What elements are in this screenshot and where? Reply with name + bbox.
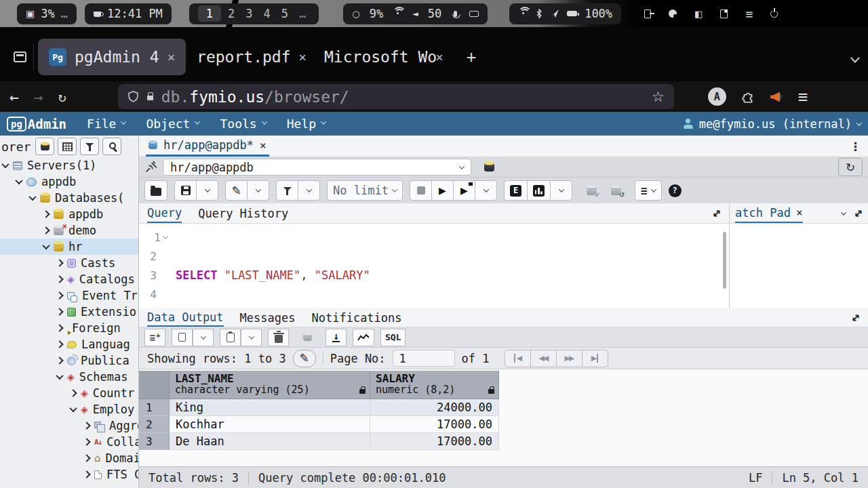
workspace-2[interactable]: 2 — [224, 7, 239, 20]
tree-item-servers[interactable]: Servers(1) — [0, 157, 138, 174]
delete-row-button[interactable] — [268, 329, 289, 346]
back-icon[interactable]: ← — [9, 88, 19, 106]
workspace-1[interactable]: 1 — [198, 5, 221, 22]
new-connection-button[interactable] — [477, 159, 501, 176]
expand-editor-icon[interactable]: ↔ — [709, 205, 724, 221]
chevron-down-icon[interactable] — [15, 177, 22, 184]
tree-item-database-appdb[interactable]: appdb — [0, 206, 138, 222]
eol-indicator[interactable]: LF — [739, 471, 772, 485]
url-text[interactable]: db.fymio.us/browser/ — [161, 88, 349, 106]
paste-button[interactable] — [220, 329, 241, 346]
tab-scratch-pad[interactable]: atch Pad× — [735, 203, 803, 223]
chevron-right-icon[interactable] — [83, 470, 90, 478]
close-icon[interactable]: × — [260, 139, 267, 152]
tree-item-languages[interactable]: Languag — [0, 336, 138, 352]
bookmark-star-icon[interactable]: ☆ — [652, 89, 665, 105]
tree-item-extensions[interactable]: Extensio — [0, 304, 138, 320]
save-data-button[interactable] — [295, 329, 319, 346]
contrast-icon[interactable]: ◧ — [694, 9, 703, 19]
status-indicators[interactable]: ○ 9% ◄ 50 — [343, 3, 488, 24]
menu-help[interactable]: Help — [287, 117, 326, 131]
edit-range-button[interactable]: ✎ — [293, 350, 316, 367]
graph-visualiser-button[interactable] — [353, 329, 374, 346]
macros-button[interactable]: ≡ — [635, 180, 662, 201]
shield-icon[interactable] — [127, 91, 139, 102]
tree-item-schema-employeesdepartments[interactable]: ◈Employ — [0, 401, 138, 418]
connection-select[interactable]: hr/app@appdb — [163, 159, 471, 176]
browser-tab-report[interactable]: report.pdf × — [186, 39, 317, 75]
fold-chevron-icon[interactable] — [163, 233, 168, 239]
kebab-menu-icon[interactable]: ⋮ — [850, 140, 861, 153]
tree-item-collations[interactable]: A↓Colla — [0, 434, 138, 450]
cell-salary[interactable]: 17000.00 — [370, 433, 499, 450]
close-tab-icon[interactable]: × — [435, 49, 443, 64]
workspace-switcher[interactable]: 1 2 3 4 5 … — [189, 3, 319, 24]
tab-notifications[interactable]: Notifications — [311, 308, 401, 327]
palette-icon[interactable] — [669, 9, 677, 18]
tree-item-foreign-data-wrappers[interactable]: Foreign — [0, 320, 138, 336]
filter-button[interactable] — [80, 138, 99, 155]
execute-button[interactable]: ▶ — [431, 180, 454, 201]
tree-item-casts[interactable]: Casts — [0, 255, 138, 271]
logout-icon[interactable] — [644, 9, 651, 18]
megaphone-extension-icon[interactable] — [770, 91, 783, 103]
cell-salary[interactable]: 24000.00 — [370, 399, 499, 416]
filter-options-button[interactable] — [298, 180, 320, 201]
tree-item-server-appdb[interactable]: appdb — [0, 174, 138, 190]
workspace-4[interactable]: 4 — [260, 7, 275, 20]
address-bar[interactable]: db.fymio.us/browser/ ☆ — [118, 84, 674, 109]
account-icon[interactable]: A — [708, 87, 726, 106]
explain-analyze-button[interactable] — [527, 180, 551, 201]
execute-options-button[interactable]: ▶ — [453, 180, 475, 201]
power-icon[interactable] — [770, 10, 778, 18]
user-menu[interactable]: me@fymio.us (internal) — [683, 117, 861, 131]
menu-file[interactable]: File — [87, 117, 125, 131]
clock-indicator[interactable]: 12:41 PM — [85, 3, 172, 24]
search-button[interactable] — [102, 138, 121, 155]
chevron-down-icon[interactable] — [42, 242, 50, 249]
chevron-right-icon[interactable] — [42, 210, 50, 218]
chevron-right-icon[interactable] — [56, 308, 63, 315]
chevron-right-icon[interactable] — [83, 422, 90, 429]
cancel-query-button[interactable] — [410, 180, 432, 201]
chevron-right-icon[interactable] — [56, 275, 63, 283]
tree-item-databases[interactable]: Databases( — [0, 190, 138, 206]
expand-scratch-icon[interactable]: ↔ — [850, 205, 866, 221]
rollback-button[interactable]: ↺ — [604, 182, 628, 199]
help-button[interactable]: ? — [669, 184, 682, 197]
explain-options-button[interactable] — [550, 180, 572, 201]
chevron-down-icon[interactable] — [56, 372, 63, 380]
tree-item-schema-countries[interactable]: ◈Countr — [0, 385, 138, 401]
close-tab-icon[interactable]: × — [299, 49, 307, 64]
filter-button[interactable] — [276, 180, 298, 201]
chevron-right-icon[interactable] — [56, 291, 63, 299]
list-all-tabs-icon[interactable] — [852, 48, 859, 66]
cell-last-name[interactable]: Kochhar — [170, 416, 370, 433]
tab-query[interactable]: Query — [147, 203, 182, 223]
chevron-right-icon[interactable] — [83, 454, 90, 462]
workspace-5[interactable]: 5 — [277, 7, 292, 20]
download-button[interactable]: ↓ — [326, 329, 347, 346]
copy-button[interactable] — [172, 329, 193, 346]
save-options-button[interactable] — [196, 180, 218, 201]
tree-item-catalogs[interactable]: ◈Catalogs — [0, 271, 138, 287]
copy-options-button[interactable] — [193, 329, 214, 346]
tree-item-schemas[interactable]: ◈Schemas — [0, 369, 138, 385]
query-tool-tab[interactable]: hr/app@appdb* × — [146, 136, 269, 157]
scratch-pad-body[interactable] — [730, 224, 868, 308]
editor-scrollbar[interactable] — [723, 232, 726, 289]
chevron-right-icon[interactable] — [69, 389, 77, 396]
chevron-down-icon[interactable] — [69, 405, 77, 412]
chevron-down-icon[interactable] — [840, 209, 846, 215]
first-page-button[interactable]: ◀ — [505, 350, 531, 367]
system-tray[interactable]: 100% — [509, 3, 621, 24]
chevron-down-icon[interactable] — [1, 161, 9, 168]
add-row-button[interactable]: ≡+ — [144, 329, 165, 346]
expand-output-icon[interactable]: ↔ — [848, 310, 863, 325]
prev-page-button[interactable]: ◀◀ — [530, 350, 557, 367]
save-file-button[interactable] — [174, 180, 197, 201]
tree-item-event-triggers[interactable]: Event Tr — [0, 287, 138, 304]
menu-tools[interactable]: Tools — [220, 117, 266, 131]
browser-menu-icon[interactable]: ≡ — [798, 87, 808, 106]
row-number[interactable]: 1 — [139, 399, 170, 416]
